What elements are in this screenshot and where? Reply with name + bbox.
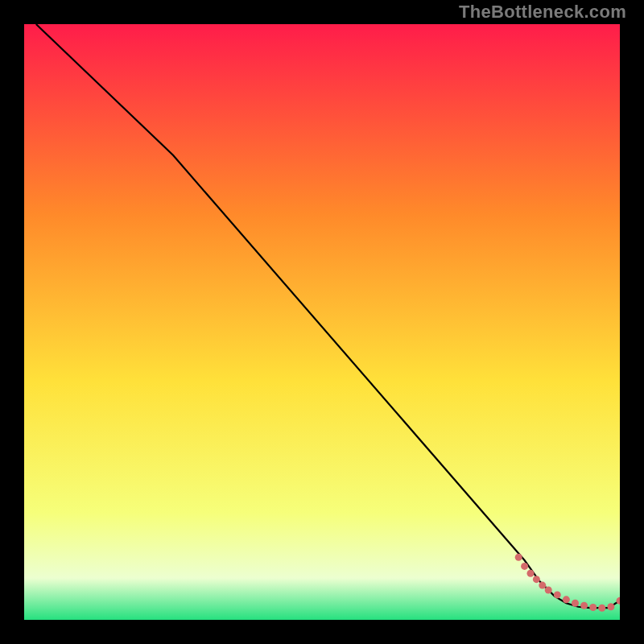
marker-dot [607,603,614,610]
marker-dot [554,591,561,598]
chart-svg [24,24,620,620]
plot-area [24,24,620,620]
gradient-background [24,24,620,620]
marker-dot [533,576,540,583]
marker-dot [598,605,605,612]
marker-dot [527,570,535,577]
attribution-label: TheBottleneck.com [459,2,626,23]
marker-dot [515,554,522,561]
marker-dot [539,582,546,589]
chart-frame: TheBottleneck.com [0,0,644,644]
marker-dot [563,596,570,603]
marker-dot [572,600,579,607]
marker-dot [589,604,597,611]
marker-dot [545,587,552,594]
marker-dot [521,563,528,570]
marker-dot [580,602,588,609]
